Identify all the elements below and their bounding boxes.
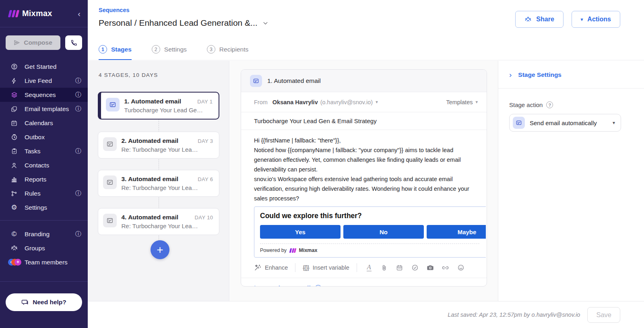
subject-input[interactable]: Turbocharge Your Lead Gen & Email Strate… xyxy=(241,112,487,130)
calendar-icon xyxy=(10,120,19,126)
stage-action-label: Stage action xyxy=(509,101,543,108)
stage-card-1[interactable]: 1. Automated email DAY 1 Turbocharge You… xyxy=(98,92,219,120)
tab-settings[interactable]: 2 Settings xyxy=(152,45,187,60)
help-icon[interactable]: ? xyxy=(315,285,322,287)
email-stage-icon xyxy=(103,175,117,189)
stage-card-4[interactable]: 4. Automated email DAY 10 Re: Turbocharg… xyxy=(98,208,219,235)
outbox-clock-icon xyxy=(10,134,19,140)
camera-icon xyxy=(427,264,434,271)
poll-insert-button[interactable] xyxy=(410,264,420,271)
stage-card-2[interactable]: 2. Automated email DAY 3 Re: Turbocharge… xyxy=(98,132,219,159)
need-help-button[interactable]: Need help? xyxy=(6,293,82,311)
sidebar-item-email-templates[interactable]: Email templates ⓘ xyxy=(0,102,88,116)
sidebar-item-rules[interactable]: Rules ⓘ xyxy=(0,186,88,200)
email-stage-icon xyxy=(103,137,117,151)
mixmax-logo-icon xyxy=(9,10,19,17)
caret-down-icon: ▾ xyxy=(475,99,478,105)
emoji-button[interactable] xyxy=(456,264,466,271)
sidebar-item-tasks[interactable]: Tasks ⓘ xyxy=(0,144,88,158)
caret-down-icon: ▾ xyxy=(581,17,583,22)
send-test-email-button[interactable]: Send test email ? xyxy=(241,278,487,287)
paperclip-icon xyxy=(381,264,388,271)
info-icon: ⓘ xyxy=(75,77,81,85)
copyright-icon: © xyxy=(10,230,19,238)
templates-dropdown[interactable]: Templates ▾ xyxy=(446,99,478,105)
stage-settings-toggle[interactable]: › Stage Settings xyxy=(498,61,644,89)
title-chevron-down-icon[interactable] xyxy=(262,20,268,26)
team-avatars-icon: o+ xyxy=(10,259,19,266)
sidebar-item-sequences[interactable]: Sequences ⓘ xyxy=(0,88,88,102)
footer-bar: Last saved: Apr 23, 12:57pm by o.havryli… xyxy=(88,301,644,328)
divider xyxy=(295,263,295,272)
from-label: From xyxy=(254,99,268,105)
sidebar-item-reports[interactable]: Reports xyxy=(0,172,88,186)
info-icon: ⓘ xyxy=(75,230,81,238)
rocket-icon xyxy=(10,63,19,70)
sidebar-item-team-members[interactable]: o+ Team members xyxy=(0,255,88,269)
stages-panel: 4 STAGES, 10 DAYS 1. Automated email DAY… xyxy=(88,61,229,301)
screenshot-button[interactable] xyxy=(425,264,435,271)
sidebar-item-get-started[interactable]: Get Started xyxy=(0,60,88,74)
stage-day-badge: DAY 3 xyxy=(198,138,213,144)
body-paragraph: Hi {{firstName | fallback: "there"}}, xyxy=(254,136,473,145)
brand-name: Mixmax xyxy=(22,9,52,18)
check-circle-icon xyxy=(411,264,419,271)
powered-by-label: Powered by xyxy=(260,248,287,253)
tab-stages[interactable]: 1 Stages xyxy=(99,45,132,60)
breadcrumb[interactable]: Sequences xyxy=(99,7,130,13)
from-sender[interactable]: Oksana Havryliv xyxy=(272,99,318,105)
format-a-icon: A xyxy=(367,264,372,271)
actions-button[interactable]: ▾ Actions xyxy=(572,11,620,28)
help-icon[interactable]: ? xyxy=(546,101,553,108)
branch-icon xyxy=(10,190,19,197)
page-header: Sequences Personal / Enhanced Lead Gener… xyxy=(88,0,644,60)
attachment-button[interactable] xyxy=(380,264,389,271)
compose-button[interactable]: Compose xyxy=(6,35,60,50)
caret-down-icon[interactable]: ▾ xyxy=(376,99,378,105)
stage-card-3[interactable]: 3. Automated email DAY 6 Re: Turbocharge… xyxy=(98,170,219,197)
stages-summary: 4 STAGES, 10 DAYS xyxy=(88,61,229,78)
email-stage-icon xyxy=(250,75,262,87)
sidebar-item-contacts[interactable]: Contacts xyxy=(0,158,88,172)
sidebar-item-live-feed[interactable]: Live Feed ⓘ xyxy=(0,74,88,88)
last-saved-text: Last saved: Apr 23, 12:57pm by o.havryli… xyxy=(448,311,580,318)
info-icon: ⓘ xyxy=(75,190,81,197)
insert-variable-button[interactable]: {{}} Insert variable xyxy=(303,264,349,271)
enhance-button[interactable]: Enhance xyxy=(254,264,288,271)
calendar-insert-button[interactable] xyxy=(395,264,405,271)
poll-option-yes[interactable]: Yes xyxy=(260,225,341,239)
text-format-button[interactable]: A xyxy=(364,264,374,271)
poll-question: Could we explore this further? xyxy=(260,212,486,220)
stage-action-select[interactable]: Send email automatically ▾ xyxy=(509,114,621,132)
lightning-icon xyxy=(10,78,19,84)
sidebar-item-branding[interactable]: © Branding ⓘ xyxy=(0,227,88,241)
tab-recipients[interactable]: 3 Recipients xyxy=(207,45,248,60)
editor-stage-title: 1. Automated email xyxy=(267,77,321,85)
poll-option-maybe[interactable]: Maybe xyxy=(427,225,486,239)
link-button[interactable] xyxy=(441,264,450,272)
email-body-editor[interactable]: Hi {{firstName | fallback: "there"}}, No… xyxy=(241,130,486,258)
save-button[interactable]: Save xyxy=(587,307,620,323)
poll-option-no[interactable]: No xyxy=(343,225,424,239)
divider xyxy=(0,281,88,282)
from-email: (o.havryliv@snov.io) xyxy=(320,99,373,105)
sidebar-item-groups[interactable]: Groups xyxy=(0,241,88,255)
send-icon xyxy=(254,285,261,287)
chevron-right-icon: › xyxy=(509,70,512,79)
share-button[interactable]: Share xyxy=(515,11,563,28)
info-icon: ⓘ xyxy=(75,147,81,155)
body-paragraph: Noticed how {{companyName | fallback: "y… xyxy=(254,145,473,174)
add-stage-button[interactable]: + xyxy=(151,240,169,259)
braces-icon: {{}} xyxy=(303,264,309,271)
person-icon xyxy=(10,162,19,169)
sidebar-item-outbox[interactable]: Outbox xyxy=(0,130,88,144)
email-stage-icon xyxy=(106,98,120,111)
sidebar-item-settings[interactable]: ⚙ Settings xyxy=(0,200,88,215)
bar-chart-icon xyxy=(10,176,19,183)
gear-icon: ⚙ xyxy=(10,203,19,212)
sidebar-item-calendars[interactable]: Calendars xyxy=(0,116,88,130)
caret-down-icon: ▾ xyxy=(613,120,615,126)
sidebar-collapse-icon[interactable]: ‹ xyxy=(78,10,80,18)
dialer-button[interactable] xyxy=(65,35,82,50)
email-stage-icon xyxy=(513,117,525,129)
